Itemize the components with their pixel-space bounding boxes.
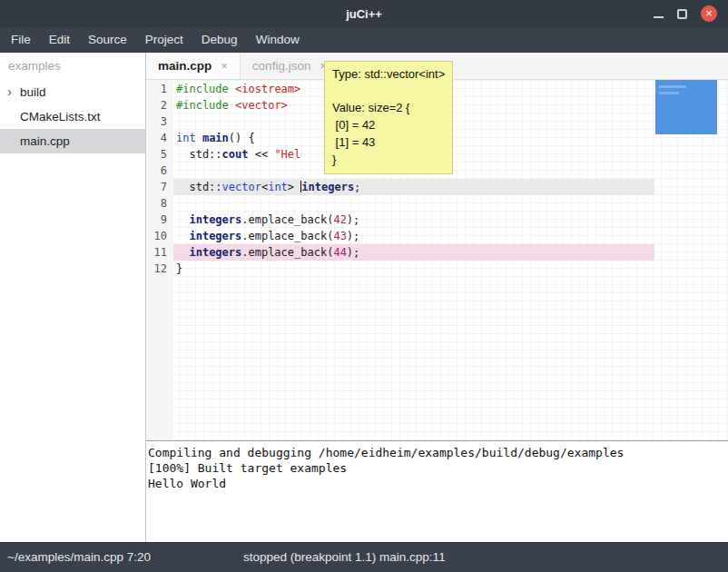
tab-label: config.json [252, 59, 311, 73]
terminal-panel[interactable]: Compiling and debugging /home/eidheim/ex… [146, 441, 728, 542]
code-line-7[interactable]: 7 std::vector<int> integers; [146, 179, 728, 195]
sidebar-item-cmakelists-txt[interactable]: CMakeLists.txt [0, 104, 145, 129]
tab-close-icon[interactable]: × [221, 59, 228, 73]
line-number[interactable]: 3 [146, 113, 173, 130]
menu-item-debug[interactable]: Debug [192, 27, 247, 53]
code-text[interactable]: integers.emplace_back(43); [173, 228, 654, 244]
code-line-8[interactable]: 8 [146, 195, 728, 212]
menu-bar: FileEditSourceProjectDebugWindow [0, 27, 728, 53]
close-icon[interactable]: × [701, 5, 717, 22]
tooltip-value-line: } [332, 151, 445, 168]
app-window: juCi++ × FileEditSourceProjectDebugWindo… [0, 0, 728, 572]
overview-line [659, 85, 686, 88]
debug-value-tooltip: Type: std::vector<int> Value: size=2 { [… [324, 61, 453, 174]
line-number[interactable]: 12 [146, 261, 173, 277]
code-line-11[interactable]: 11 integers.emplace_back(44); [146, 244, 728, 261]
sidebar-item-build[interactable]: ›build [0, 80, 145, 104]
overview-scrollbar[interactable] [655, 80, 717, 134]
tooltip-type-line: Type: std::vector<int> [332, 65, 445, 83]
code-line-10[interactable]: 10 integers.emplace_back(43); [146, 228, 728, 244]
terminal-line: Compiling and debugging /home/eidheim/ex… [148, 445, 726, 460]
line-number[interactable]: 1 [146, 81, 173, 97]
code-line-12[interactable]: 12} [146, 261, 728, 277]
status-bar: ~/examples/main.cpp 7:20 stopped (breakp… [0, 542, 728, 572]
tooltip-value-line: Value: size=2 { [332, 99, 445, 116]
tab-main-cpp[interactable]: main.cpp× [146, 53, 241, 79]
sidebar-item-main-cpp[interactable]: main.cpp [0, 129, 145, 153]
tooltip-value-lines: Value: size=2 { [0] = 42 [1] = 43} [332, 99, 445, 168]
terminal-line: [100%] Built target examples [148, 460, 726, 476]
code-text[interactable] [173, 195, 654, 212]
line-number[interactable]: 4 [146, 130, 173, 146]
line-number[interactable]: 6 [146, 163, 173, 179]
menu-item-source[interactable]: Source [79, 27, 136, 53]
code-text[interactable]: integers.emplace_back(44); [173, 244, 654, 261]
tree-item-label: main.cpp [20, 134, 70, 148]
line-number[interactable]: 5 [146, 146, 173, 163]
tooltip-value-line: [1] = 43 [332, 133, 445, 151]
window-controls: × [654, 0, 717, 27]
menu-item-window[interactable]: Window [247, 27, 309, 53]
line-number[interactable]: 7 [146, 179, 173, 195]
tab-label: main.cpp [158, 59, 212, 73]
menu-item-file[interactable]: File [2, 27, 40, 53]
window-title: juCi++ [346, 7, 382, 21]
maximize-icon[interactable] [677, 9, 687, 19]
file-tree-panel: examples ›buildCMakeLists.txtmain.cpp [0, 53, 145, 542]
line-number[interactable]: 10 [146, 228, 173, 244]
minimize-icon[interactable] [654, 16, 664, 18]
tree-item-label: build [20, 85, 46, 99]
line-number[interactable]: 11 [146, 244, 173, 261]
file-tree-header: examples [0, 53, 145, 80]
code-text[interactable]: std::vector<int> integers; [173, 179, 654, 195]
code-line-9[interactable]: 9 integers.emplace_back(42); [146, 212, 728, 228]
overview-line [659, 92, 679, 94]
menu-item-edit[interactable]: Edit [40, 27, 79, 53]
tooltip-gap [332, 83, 445, 99]
line-number[interactable]: 8 [146, 195, 173, 212]
menu-item-project[interactable]: Project [136, 27, 192, 53]
status-file-position: ~/examples/main.cpp 7:20 [7, 543, 151, 572]
terminal-line: Hello World [148, 476, 726, 491]
code-text[interactable]: } [173, 261, 654, 277]
status-debug-state: stopped (breakpoint 1.1) main.cpp:11 [243, 543, 446, 572]
tree-item-label: CMakeLists.txt [20, 110, 101, 123]
file-tree: ›buildCMakeLists.txtmain.cpp [0, 80, 145, 153]
line-number[interactable]: 9 [146, 212, 173, 228]
line-number[interactable]: 2 [146, 97, 173, 113]
title-bar[interactable]: juCi++ × [0, 0, 728, 27]
code-text[interactable]: integers.emplace_back(42); [173, 212, 654, 228]
tooltip-value-line: [0] = 42 [332, 116, 445, 133]
expander-icon[interactable]: › [7, 80, 12, 104]
